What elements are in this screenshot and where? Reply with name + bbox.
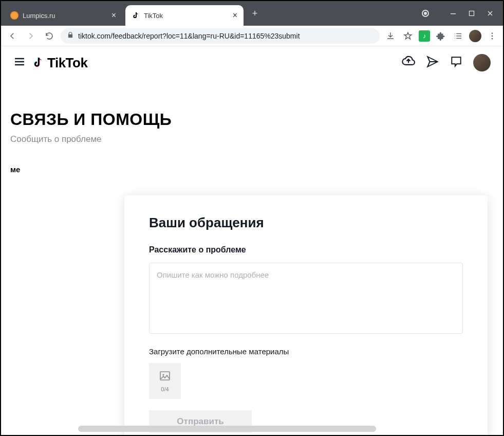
forward-button (24, 29, 38, 43)
url-text: tiktok.com/feedback/report?loc=11&lang=r… (78, 32, 300, 40)
browser-tab-lumpics[interactable]: Lumpics.ru × (4, 5, 122, 26)
tiktok-header: TikTok (1, 46, 503, 79)
svg-point-3 (492, 35, 493, 37)
maximize-icon[interactable] (468, 10, 475, 17)
tab-title: TikTok (144, 12, 163, 20)
card-title: Ваши обращения (149, 215, 463, 231)
report-card: Ваши обращения Расскажите о проблеме Заг… (124, 195, 488, 435)
svg-rect-5 (160, 372, 170, 380)
tiktok-logo[interactable]: TikTok (32, 55, 87, 71)
back-button[interactable] (5, 29, 20, 43)
download-icon[interactable] (384, 29, 397, 43)
svg-point-4 (492, 38, 493, 39)
svg-rect-0 (451, 13, 456, 14)
upload-button[interactable]: 0/4 (149, 363, 181, 399)
svg-rect-1 (470, 11, 474, 16)
extensions-icon[interactable] (434, 29, 447, 43)
browser-tab-tiktok[interactable]: TikTok × (125, 5, 244, 26)
extension-music-icon[interactable]: ♪ (419, 30, 430, 42)
image-icon (159, 370, 171, 384)
upload-label: Загрузите дополнительные материалы (149, 347, 463, 356)
hamburger-icon[interactable] (13, 56, 26, 70)
submit-label: Отправить (177, 416, 223, 427)
tiktok-note-icon (32, 56, 45, 69)
page-subtitle: Сообщить о проблеме (1, 134, 503, 144)
star-icon[interactable] (401, 29, 415, 43)
svg-point-2 (492, 32, 493, 34)
problem-field-label: Расскажите о проблеме (149, 245, 463, 255)
url-input[interactable]: tiktok.com/feedback/report?loc=11&lang=r… (61, 28, 380, 44)
profile-indicator-icon[interactable] (422, 10, 429, 17)
send-icon[interactable] (426, 55, 439, 70)
close-icon[interactable]: × (111, 11, 116, 20)
reading-list-icon[interactable] (452, 29, 465, 43)
favicon-lumpics (10, 11, 18, 20)
browser-profile-avatar[interactable] (469, 30, 481, 42)
user-avatar[interactable] (473, 54, 491, 71)
page-title: СВЯЗЬ И ПОМОЩЬ (1, 79, 503, 134)
inbox-icon[interactable] (450, 55, 463, 70)
browser-tab-bar: Lumpics.ru × TikTok × + (1, 1, 503, 26)
new-tab-button[interactable]: + (248, 6, 262, 21)
tiktok-logo-text: TikTok (47, 55, 87, 71)
horizontal-scrollbar[interactable] (78, 426, 376, 432)
upload-counter: 0/4 (161, 386, 169, 392)
window-close-icon[interactable] (487, 10, 494, 17)
minimize-icon[interactable] (450, 10, 457, 17)
browser-address-bar: tiktok.com/feedback/report?loc=11&lang=r… (1, 26, 503, 46)
kebab-menu-icon[interactable] (486, 29, 499, 43)
tab-title: Lumpics.ru (23, 12, 55, 20)
page-viewport: TikTok СВЯЗЬ И ПОМОЩЬ Сообщить о проблем… (1, 46, 503, 435)
cutoff-text: ме (1, 144, 503, 174)
upload-icon[interactable] (401, 55, 416, 71)
favicon-tiktok (132, 11, 140, 20)
lock-icon (67, 31, 74, 40)
problem-textarea[interactable] (149, 263, 463, 334)
close-icon[interactable]: × (233, 11, 237, 20)
reload-button[interactable] (42, 29, 57, 43)
page-body: СВЯЗЬ И ПОМОЩЬ Сообщить о проблеме ме (1, 79, 503, 174)
svg-point-6 (163, 374, 164, 376)
